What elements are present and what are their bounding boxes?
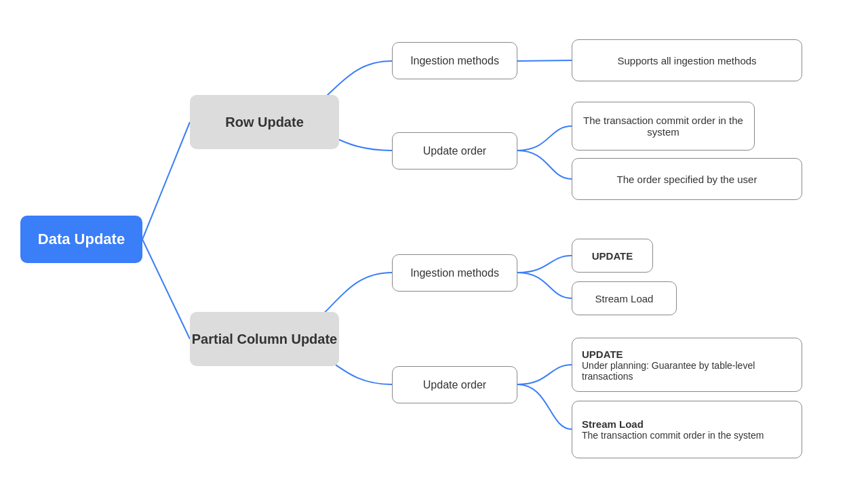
stream-load-label-text: Stream Load [595,293,654,304]
stream-load-label-node: Stream Load [572,281,677,315]
stream-load-tx-title: Stream Load [582,418,644,430]
stream-load-tx-node: Stream Load The transaction commit order… [572,401,802,458]
diagram: Data Update Row Update Partial Column Up… [0,0,868,478]
root-node: Data Update [20,216,142,263]
supports-all-node: Supports all ingestion methods [572,39,802,81]
update-order-1-label: Update order [423,145,486,157]
update-planning-desc: Under planning: Guarantee by table-level… [582,360,792,382]
update-order-2-node: Update order [392,366,517,403]
update-planning-node: UPDATE Under planning: Guarantee by tabl… [572,338,802,392]
row-update-node: Row Update [190,95,339,149]
ing-methods-1-node: Ingestion methods [392,42,517,79]
row-update-label: Row Update [225,115,304,130]
tx-commit-system-node: The transaction commit order in the syst… [572,102,755,151]
partial-col-label: Partial Column Update [192,332,337,347]
supports-all-label: Supports all ingestion methods [617,55,756,66]
ing-methods-1-label: Ingestion methods [410,55,499,67]
partial-col-node: Partial Column Update [190,312,339,366]
root-label: Data Update [38,231,125,248]
update-order-1-node: Update order [392,132,517,170]
order-user-label: The order specified by the user [617,174,757,185]
update-order-2-label: Update order [423,379,486,391]
stream-load-tx-desc: The transaction commit order in the syst… [582,430,764,441]
ing-methods-2-label: Ingestion methods [410,267,499,279]
update-label-node: UPDATE [572,239,653,273]
update-label-text: UPDATE [592,250,633,262]
update-planning-title: UPDATE [582,348,623,360]
order-user-node: The order specified by the user [572,158,802,200]
tx-commit-system-label: The transaction commit order in the syst… [572,115,754,138]
ing-methods-2-node: Ingestion methods [392,254,517,292]
